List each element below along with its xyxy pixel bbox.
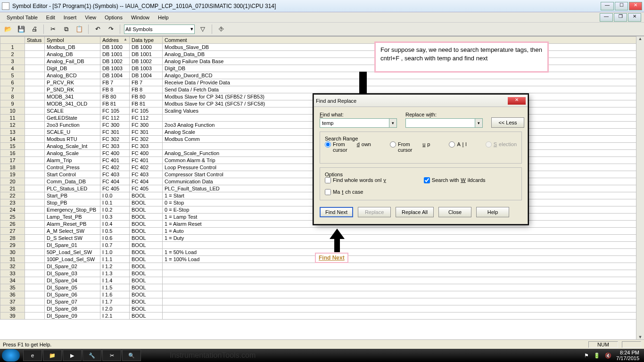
cell-comment[interactable]: 1 = 100% Load (163, 256, 644, 263)
cell-status[interactable] (25, 143, 45, 150)
cell-status[interactable] (25, 305, 45, 313)
col-symbol[interactable]: Symbol (45, 37, 100, 44)
cell-datatype[interactable]: FC 400 (130, 150, 163, 157)
row-number[interactable]: 12 (0, 122, 25, 129)
cell-symbol[interactable]: Analog_Scale_Int (45, 143, 100, 150)
menu-help[interactable]: Help (154, 14, 173, 21)
cell-datatype[interactable]: BOOL (130, 263, 163, 270)
row-number[interactable]: 10 (0, 107, 25, 115)
cell-symbol[interactable]: D_S Select SW (45, 235, 100, 242)
cell-symbol[interactable]: Stop_PB (45, 199, 100, 206)
row-number[interactable]: 25 (0, 214, 25, 221)
task-app2[interactable]: ✂ (102, 350, 121, 361)
cut-icon[interactable]: ✂ (48, 24, 58, 34)
cell-address[interactable]: I 1.0 (100, 249, 130, 256)
redo-icon[interactable]: ↷ (106, 24, 116, 34)
cell-datatype[interactable]: BOOL (130, 206, 163, 214)
row-number[interactable]: 7 (0, 86, 25, 93)
row-number[interactable]: 39 (0, 313, 25, 320)
table-row[interactable]: 33DI_Spare_03I 1.3BOOL (0, 270, 644, 277)
row-number[interactable]: 1 (0, 44, 25, 51)
cell-comment[interactable]: Send Data / Fetch Data (163, 86, 644, 93)
cell-address[interactable]: FC 300 (100, 122, 130, 129)
cell-status[interactable] (25, 65, 45, 72)
cell-status[interactable] (25, 122, 45, 129)
cell-symbol[interactable]: DI_Spare_01 (45, 242, 100, 249)
cell-comment[interactable] (163, 242, 644, 249)
row-number[interactable]: 15 (0, 143, 25, 150)
chk-wildcards[interactable]: Search with Wildcards (424, 177, 486, 183)
cell-address[interactable]: FB 8 (100, 86, 130, 93)
cell-address[interactable]: FC 105 (100, 107, 130, 115)
cell-status[interactable] (25, 192, 45, 199)
cell-symbol[interactable]: Modbus RTU (45, 136, 100, 143)
cell-address[interactable]: I 0.5 (100, 228, 130, 235)
cell-datatype[interactable]: BOOL (130, 277, 163, 284)
table-row[interactable]: 36DI_Spare_06I 1.6BOOL (0, 291, 644, 298)
cell-datatype[interactable]: FC 402 (130, 164, 163, 171)
tray-battery-icon[interactable]: 🔋 (594, 353, 600, 359)
row-number[interactable]: 37 (0, 298, 25, 305)
row-number[interactable]: 30 (0, 249, 25, 256)
cell-status[interactable] (25, 228, 45, 235)
menu-window[interactable]: Window (127, 14, 153, 21)
cell-datatype[interactable]: FB 8 (130, 86, 163, 93)
cell-status[interactable] (25, 256, 45, 263)
print-icon[interactable]: 🖨 (29, 24, 40, 34)
cell-address[interactable]: FC 303 (100, 143, 130, 150)
cell-address[interactable]: DB 1002 (100, 58, 130, 65)
replace-with-combo[interactable]: ▾ (405, 118, 483, 128)
cell-status[interactable] (25, 58, 45, 65)
cell-comment[interactable] (163, 305, 644, 313)
cell-status[interactable] (25, 100, 45, 107)
vertical-scrollbar[interactable] (636, 36, 644, 339)
row-number[interactable]: 18 (0, 164, 25, 171)
cell-datatype[interactable]: BOOL (130, 199, 163, 206)
cell-status[interactable] (25, 107, 45, 115)
cell-symbol[interactable]: DI_Spare_07 (45, 298, 100, 305)
dialog-close-button[interactable]: ✕ (508, 97, 526, 105)
paste-icon[interactable]: 📋 (74, 24, 84, 34)
cell-address[interactable]: FB 80 (100, 93, 130, 100)
cell-datatype[interactable]: FC 403 (130, 171, 163, 178)
cell-symbol[interactable]: Analog_DB (45, 51, 100, 58)
cell-datatype[interactable]: BOOL (130, 298, 163, 305)
row-number[interactable]: 16 (0, 150, 25, 157)
cell-comment[interactable]: Analgo_Dword_BCD (163, 72, 644, 79)
cell-comment[interactable]: 1 = Duty (163, 235, 644, 242)
open-icon[interactable]: 📂 (3, 24, 13, 34)
cell-status[interactable] (25, 270, 45, 277)
cell-symbol[interactable]: Start_PB (45, 192, 100, 199)
cell-symbol[interactable]: Analog_Fail_DB (45, 58, 100, 65)
cell-address[interactable]: FC 400 (100, 150, 130, 157)
row-number[interactable]: 24 (0, 206, 25, 214)
cell-address[interactable]: I 0.0 (100, 192, 130, 199)
cell-address[interactable]: I 0.6 (100, 235, 130, 242)
cell-symbol[interactable]: Digit_DB (45, 65, 100, 72)
cell-address[interactable]: DB 1000 (100, 44, 130, 51)
cell-status[interactable] (25, 291, 45, 298)
cell-datatype[interactable]: DB 1003 (130, 65, 163, 72)
row-number[interactable]: 35 (0, 284, 25, 291)
cell-datatype[interactable]: FB 80 (130, 93, 163, 100)
table-row[interactable]: 34DI_Spare_04I 1.4BOOL (0, 277, 644, 284)
cell-address[interactable]: DB 1001 (100, 51, 130, 58)
undo-icon[interactable]: ↶ (92, 24, 103, 34)
cell-symbol[interactable]: MODB_341 (45, 93, 100, 100)
table-row[interactable]: 29DI_Spare_01I 0.7BOOL (0, 242, 644, 249)
cell-status[interactable] (25, 185, 45, 192)
cell-symbol[interactable]: DI_Spare_08 (45, 305, 100, 313)
cell-datatype[interactable]: FC 105 (130, 107, 163, 115)
replace-with-input[interactable] (406, 119, 475, 127)
cell-status[interactable] (25, 44, 45, 51)
cell-symbol[interactable]: P_SND_RK (45, 86, 100, 93)
cell-datatype[interactable]: FC 300 (130, 122, 163, 129)
mdi-restore-button[interactable]: ❐ (614, 13, 627, 22)
cell-status[interactable] (25, 79, 45, 86)
menu-view[interactable]: View (81, 14, 100, 21)
cell-status[interactable] (25, 235, 45, 242)
col-address[interactable]: Addres (100, 37, 130, 44)
cell-datatype[interactable]: FC 301 (130, 129, 163, 136)
mdi-close-button[interactable]: ✕ (628, 13, 641, 22)
menu-insert[interactable]: Insert (60, 14, 81, 21)
